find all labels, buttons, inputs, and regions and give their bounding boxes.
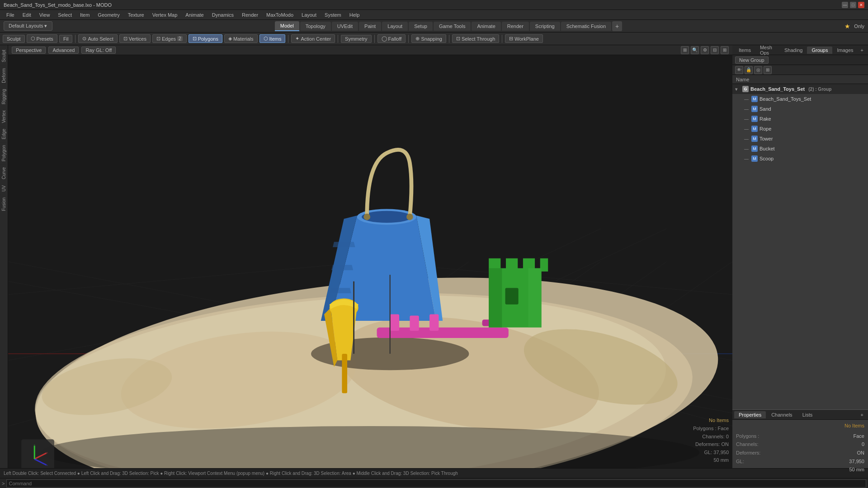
- snapping-button[interactable]: ⊕ Snapping: [411, 34, 446, 43]
- advanced-button[interactable]: Advanced: [48, 47, 79, 54]
- maximize-button[interactable]: □: [850, 2, 856, 8]
- right-top-panel: Items Mesh Ops Shading Groups Images + N…: [732, 45, 868, 409]
- menu-texture[interactable]: Texture: [124, 11, 148, 19]
- tab-animate[interactable]: Animate: [472, 22, 500, 31]
- scene-icon-wireframe[interactable]: ⊞: [764, 66, 772, 74]
- scene-icon-eye[interactable]: 👁: [735, 66, 743, 74]
- tab-schematic-fusion[interactable]: Schematic Fusion: [561, 22, 611, 31]
- tab-topology[interactable]: Topology: [300, 22, 331, 31]
- props-tab-properties[interactable]: Properties: [734, 411, 766, 418]
- sidebar-tab-edge[interactable]: Edge: [0, 126, 8, 142]
- menu-animate[interactable]: Animate: [182, 11, 207, 19]
- falloff-button[interactable]: ◯ Falloff: [377, 34, 406, 43]
- perspective-button[interactable]: Perspective: [12, 47, 46, 54]
- right-tab-items[interactable]: Items: [734, 47, 755, 54]
- tab-paint[interactable]: Paint: [359, 22, 381, 31]
- sidebar-tab-sculpt[interactable]: Sculpt: [0, 47, 8, 65]
- fill-button[interactable]: Fil: [59, 35, 73, 43]
- menu-file[interactable]: File: [3, 11, 18, 19]
- sidebar-tab-deform[interactable]: Deform: [0, 66, 8, 86]
- vp-icon-settings[interactable]: ⚙: [701, 46, 709, 54]
- sidebar-tab-rigging[interactable]: Rigging: [0, 86, 8, 107]
- menu-dynamics[interactable]: Dynamics: [208, 11, 237, 19]
- right-tab-images[interactable]: Images: [832, 47, 858, 54]
- sidebar-tab-curve[interactable]: Curve: [0, 164, 8, 182]
- tree-item-scoop[interactable]: — M Scoop: [732, 154, 868, 164]
- new-group-button[interactable]: New Group: [735, 56, 769, 64]
- tab-scripting[interactable]: Scripting: [530, 22, 560, 31]
- minimize-button[interactable]: —: [842, 2, 848, 8]
- main-area: Sculpt Deform Rigging Vertex Edge Polygo…: [0, 45, 868, 468]
- svg-rect-43: [489, 268, 502, 328]
- menu-help[interactable]: Help: [346, 11, 363, 19]
- sidebar-tab-vertex[interactable]: Vertex: [0, 108, 8, 126]
- titlebar: Beach_Sand_Toys_Set_modo_base.lxo - MODO…: [0, 0, 868, 10]
- tree-item-rake[interactable]: — M Rake: [732, 114, 868, 124]
- sidebar-tab-uv[interactable]: UV: [0, 183, 8, 194]
- vp-icon-search[interactable]: 🔍: [691, 46, 699, 54]
- vertices-button[interactable]: ⊡ Vertices: [119, 34, 151, 43]
- menu-layout[interactable]: Layout: [298, 11, 320, 19]
- menu-select[interactable]: Select: [54, 11, 75, 19]
- props-tab-channels[interactable]: Channels: [767, 411, 797, 418]
- name-header: Name: [732, 75, 868, 84]
- vp-icon-frame[interactable]: ⊟: [711, 46, 719, 54]
- default-layouts-dropdown[interactable]: Default Layouts ▾: [4, 21, 52, 31]
- expand-icon-7: —: [744, 156, 750, 161]
- presets-button[interactable]: ⬡ Presets: [27, 34, 57, 43]
- raygl-button[interactable]: Ray GL: Off: [81, 47, 116, 54]
- sidebar-tab-fusion[interactable]: Fusion: [0, 195, 8, 214]
- menu-render[interactable]: Render: [238, 11, 262, 19]
- vp-icon-grid[interactable]: ⊞: [681, 46, 689, 54]
- tab-layout[interactable]: Layout: [382, 22, 408, 31]
- auto-select-button[interactable]: ⊙ Auto Select: [78, 34, 117, 43]
- right-tab-shading[interactable]: Shading: [780, 47, 807, 54]
- tree-item-rope[interactable]: — M Rope: [732, 124, 868, 134]
- right-tab-plus[interactable]: +: [858, 47, 866, 53]
- menu-edit[interactable]: Edit: [19, 11, 35, 19]
- svg-rect-45: [505, 288, 519, 304]
- menu-geometry[interactable]: Geometry: [94, 11, 123, 19]
- scene-icon-render[interactable]: ◎: [754, 66, 762, 74]
- tree-item-root[interactable]: ▾ G Beach_Sand_Toys_Set (2) : Group: [732, 84, 868, 94]
- materials-button[interactable]: ◈ Materials: [224, 34, 258, 43]
- toolbar-separator-1: [75, 35, 75, 43]
- tree-item-beach-sand-toys-set[interactable]: — M Beach_Sand_Toys_Set: [732, 94, 868, 104]
- symmetry-button[interactable]: Symmetry: [341, 35, 372, 43]
- group-icon-root: G: [742, 86, 749, 92]
- polygons-button[interactable]: ⊡ Polygons: [189, 34, 222, 43]
- tree-item-tower[interactable]: — M Tower: [732, 134, 868, 144]
- action-center-button[interactable]: ✦ Action Center: [291, 34, 335, 43]
- sidebar-tab-polygon[interactable]: Polygon: [0, 142, 8, 164]
- menu-item[interactable]: Item: [76, 11, 93, 19]
- right-tab-mesh-ops[interactable]: Mesh Ops: [755, 45, 780, 56]
- scene-canvas[interactable]: No Items Polygons : Face Channels: 0 Def…: [8, 55, 732, 468]
- menu-view[interactable]: View: [36, 11, 54, 19]
- menu-system[interactable]: System: [321, 11, 345, 19]
- toolbar-separator-4: [374, 35, 375, 43]
- tab-uvedit[interactable]: UVEdit: [332, 22, 358, 31]
- menu-vertex-map[interactable]: Vertex Map: [149, 11, 181, 19]
- tab-setup[interactable]: Setup: [409, 22, 433, 31]
- props-tab-lists[interactable]: Lists: [798, 411, 817, 418]
- tab-model[interactable]: Model: [275, 21, 299, 31]
- viewport[interactable]: Perspective Advanced Ray GL: Off ⊞ 🔍 ⚙ ⊟…: [8, 45, 732, 468]
- sculpt-button[interactable]: Sculpt: [3, 35, 25, 43]
- items-button[interactable]: ⬡ Items: [259, 34, 286, 43]
- tab-render[interactable]: Render: [502, 22, 529, 31]
- menu-maxtomodo[interactable]: MaxToModo: [263, 11, 297, 19]
- add-tab-button[interactable]: +: [612, 21, 622, 31]
- command-input[interactable]: [6, 479, 866, 488]
- close-button[interactable]: ✕: [858, 2, 864, 8]
- props-tab-plus[interactable]: +: [858, 412, 866, 418]
- right-tab-groups[interactable]: Groups: [807, 47, 832, 54]
- tree-item-bucket[interactable]: — M Bucket: [732, 144, 868, 154]
- tab-game-tools[interactable]: Game Tools: [434, 22, 471, 31]
- tree-item-sand[interactable]: — M Sand: [732, 104, 868, 114]
- scene-icon-lock[interactable]: 🔒: [745, 66, 753, 74]
- no-items-props: No Items: [736, 422, 864, 430]
- vp-icon-expand[interactable]: ⊞: [721, 46, 729, 54]
- workplane-button[interactable]: ⊟ WorkPlane: [505, 34, 543, 43]
- edges-button[interactable]: ⊡ Edges 2: [152, 34, 187, 43]
- select-through-button[interactable]: ⊡ Select Through: [452, 34, 499, 43]
